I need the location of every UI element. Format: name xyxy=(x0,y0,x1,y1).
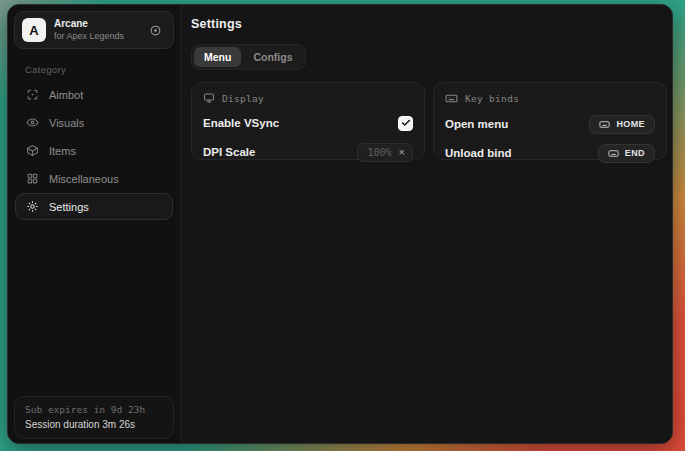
display-card-header: Display xyxy=(203,92,413,104)
monitor-icon xyxy=(203,92,215,104)
dpi-scale-value: 100% xyxy=(367,147,391,158)
tab-menu[interactable]: Menu xyxy=(194,47,241,67)
keybinds-card-title: Key binds xyxy=(465,93,519,104)
app-window: A Arcane for Apex Legends Category xyxy=(7,4,673,444)
open-menu-key: HOME xyxy=(616,119,645,129)
package-icon xyxy=(26,144,39,157)
settings-cards-row: Display Enable VSync DPI Scale xyxy=(191,82,667,160)
app-identity: Arcane for Apex Legends xyxy=(54,18,139,42)
x-icon: × xyxy=(399,146,405,158)
dpi-scale-label: DPI Scale xyxy=(203,146,255,158)
session-duration-text: Session duration 3m 26s xyxy=(25,419,163,430)
app-subtitle: for Apex Legends xyxy=(54,31,139,42)
logo-card: A Arcane for Apex Legends xyxy=(14,11,174,49)
unload-keybind-button[interactable]: END xyxy=(598,144,655,163)
crosshair-icon xyxy=(26,88,39,101)
open-menu-keybind-button[interactable]: HOME xyxy=(589,115,655,134)
dpi-scale-input[interactable]: 100% × xyxy=(357,143,413,162)
sidebar-item-items[interactable]: Items xyxy=(15,137,173,164)
sidebar-item-settings[interactable]: Settings xyxy=(15,193,173,220)
app-logo: A xyxy=(22,18,46,42)
sidebar-item-visuals[interactable]: Visuals xyxy=(15,109,173,136)
keybinds-card: Key binds Open menu HOME Unload bin xyxy=(433,82,667,160)
grid-icon xyxy=(26,172,39,185)
display-card: Display Enable VSync DPI Scale xyxy=(191,82,425,160)
dpi-clear-button[interactable]: × xyxy=(399,147,405,158)
sidebar-item-aimbot[interactable]: Aimbot xyxy=(15,81,173,108)
vsync-row: Enable VSync xyxy=(203,113,413,133)
keyboard-icon xyxy=(445,92,458,105)
keybinds-card-header: Key binds xyxy=(445,92,655,105)
sidebar-item-label: Items xyxy=(49,145,76,157)
gear-icon xyxy=(26,200,39,213)
unload-bind-row: Unload bind END xyxy=(445,143,655,163)
sidebar-item-label: Settings xyxy=(49,201,89,213)
unload-bind-label: Unload bind xyxy=(445,147,511,159)
sidebar: A Arcane for Apex Legends Category xyxy=(8,5,181,443)
logo-action-button[interactable] xyxy=(147,22,164,39)
sidebar-item-label: Aimbot xyxy=(49,89,83,101)
target-icon xyxy=(149,24,162,37)
open-menu-label: Open menu xyxy=(445,118,508,130)
tab-bar: Menu Configs xyxy=(191,44,306,70)
keyboard-icon xyxy=(608,148,619,159)
app-logo-letter: A xyxy=(29,23,38,38)
eye-icon xyxy=(26,116,39,129)
tab-configs[interactable]: Configs xyxy=(243,47,302,67)
sidebar-item-label: Miscellaneous xyxy=(49,173,119,185)
main-content: Settings Menu Configs Display Enable VSy… xyxy=(181,5,673,443)
keyboard-icon xyxy=(599,119,610,130)
category-label: Category xyxy=(25,64,174,75)
sidebar-nav: Aimbot Visuals Items xyxy=(14,81,174,221)
unload-bind-key: END xyxy=(625,148,645,158)
check-icon xyxy=(401,118,411,128)
sidebar-item-label: Visuals xyxy=(49,117,84,129)
vsync-checkbox[interactable] xyxy=(398,116,413,131)
dpi-scale-row: DPI Scale 100% × xyxy=(203,142,413,162)
open-menu-row: Open menu HOME xyxy=(445,114,655,134)
vsync-label: Enable VSync xyxy=(203,117,279,129)
sub-expiry-text: Sub expires in 9d 23h xyxy=(25,404,163,415)
sidebar-item-miscellaneous[interactable]: Miscellaneous xyxy=(15,165,173,192)
app-name: Arcane xyxy=(54,18,139,31)
session-status-card: Sub expires in 9d 23h Session duration 3… xyxy=(14,396,174,439)
display-card-title: Display xyxy=(222,93,264,104)
page-title: Settings xyxy=(191,17,667,31)
